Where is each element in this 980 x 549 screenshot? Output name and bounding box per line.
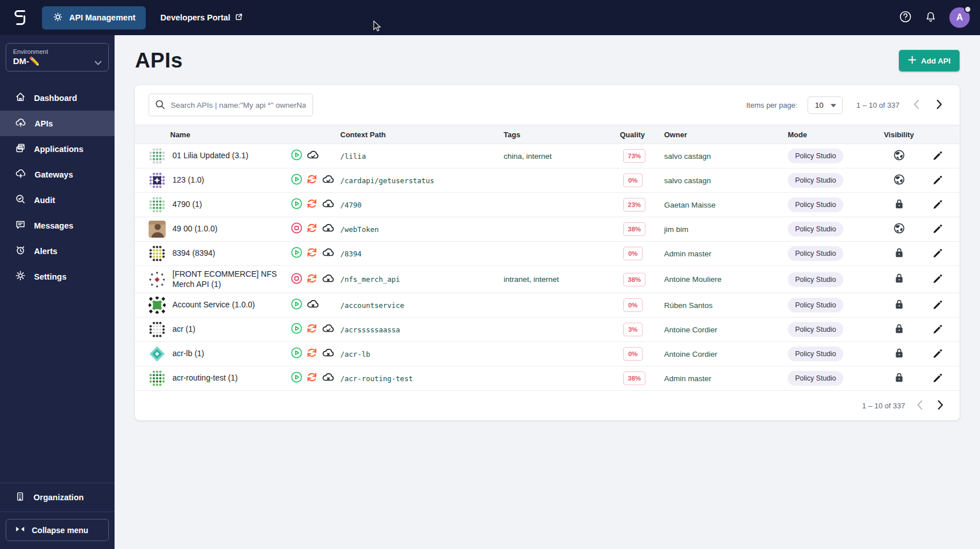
lock-icon xyxy=(894,272,905,286)
edit-api-button[interactable] xyxy=(930,370,946,387)
api-row[interactable]: acr (1) xyxy=(135,318,960,342)
api-owner: Rúben Santos xyxy=(664,301,788,310)
collapse-menu-button[interactable]: Collapse menu xyxy=(6,519,109,541)
sidebar-item-audit[interactable]: Audit xyxy=(0,187,115,213)
portal-link-label: Developers Portal xyxy=(160,13,230,22)
next-page-button[interactable] xyxy=(933,97,946,113)
external-link-icon xyxy=(235,13,243,23)
mode-badge: Policy Studio xyxy=(788,173,843,188)
api-row[interactable]: [FRONT ECOMMERCE] NFS Merch API (1) xyxy=(135,266,960,293)
search-apis-input[interactable] xyxy=(149,94,313,116)
table-footer: 1 – 10 of 337 xyxy=(135,391,960,420)
topbar: API Management Developers Portal xyxy=(0,0,980,35)
user-avatar[interactable]: A xyxy=(949,7,970,28)
api-name: 49 00 (1.0.0) xyxy=(172,224,217,234)
add-api-button[interactable]: Add API xyxy=(899,50,960,71)
mode-badge: Policy Studio xyxy=(788,149,843,163)
environment-label: Environment xyxy=(13,48,102,55)
sidebar-item-dashboard[interactable]: Dashboard xyxy=(0,85,115,111)
sidebar-item-label: Audit xyxy=(34,196,55,205)
sidebar-item-settings[interactable]: Settings xyxy=(0,264,115,289)
api-avatar xyxy=(149,221,166,238)
api-row[interactable]: 01 Lilia Updated (3.1) xyxy=(135,144,960,168)
api-row[interactable]: 123 (1.0) xyxy=(135,168,960,193)
api-row[interactable]: 49 00 (1.0.0) xyxy=(135,217,960,242)
edit-api-button[interactable] xyxy=(930,172,946,189)
environment-value: DM-✏️ xyxy=(13,56,102,66)
api-owner: jim bim xyxy=(664,225,788,234)
sidebar-item-gateways[interactable]: Gateways xyxy=(0,162,115,187)
pagination-range-label: 1 – 10 of 337 xyxy=(856,101,899,109)
column-header-owner: Owner xyxy=(664,130,788,139)
quality-badge: 0% xyxy=(623,347,643,361)
quality-badge: 38% xyxy=(623,371,645,385)
api-name: [FRONT ECOMMERCE] NFS Merch API (1) xyxy=(172,269,286,289)
edit-api-button[interactable] xyxy=(930,221,946,238)
sidebar-item-messages[interactable]: Messages xyxy=(0,213,115,238)
items-per-page-value: 10 xyxy=(815,101,823,109)
api-table-body: 01 Lilia Updated (3.1) xyxy=(135,144,960,391)
stop-icon xyxy=(290,272,303,287)
sidebar-item-alerts[interactable]: Alerts xyxy=(0,238,115,264)
help-circle-icon xyxy=(899,10,912,25)
pencil-icon xyxy=(932,377,944,385)
chevron-down-icon xyxy=(95,58,102,67)
column-header-context-path: Context Path xyxy=(340,130,504,139)
sidebar-item-applications[interactable]: Applications xyxy=(0,136,115,162)
pencil-icon xyxy=(932,227,944,236)
previous-page-button[interactable] xyxy=(913,398,926,414)
api-management-switcher[interactable]: API Management xyxy=(42,6,146,29)
edit-api-button[interactable] xyxy=(930,271,946,288)
quality-badge: 0% xyxy=(623,298,643,312)
start-icon xyxy=(290,298,303,312)
api-row[interactable]: acr-routing-test (1) xyxy=(135,366,960,391)
cloud-check-icon xyxy=(321,322,336,337)
api-avatar xyxy=(149,245,166,262)
items-per-page-select[interactable]: 10 xyxy=(808,96,843,114)
start-icon xyxy=(290,246,303,261)
edit-api-button[interactable] xyxy=(930,297,946,314)
api-owner: Admin master xyxy=(664,250,788,258)
cloud-x-icon xyxy=(321,246,336,261)
api-avatar xyxy=(149,172,166,189)
mode-badge: Policy Studio xyxy=(788,371,843,386)
user-avatar-initial: A xyxy=(956,12,963,23)
next-page-button[interactable] xyxy=(934,398,947,414)
api-avatar xyxy=(149,345,166,362)
pencil-icon xyxy=(932,252,944,260)
api-row[interactable]: acr-lb (1) xyxy=(135,342,960,366)
api-row[interactable]: Account Service (1.0.0) xyxy=(135,293,960,318)
pencil-icon xyxy=(932,277,944,286)
edit-api-button[interactable] xyxy=(930,196,946,214)
api-name: Account Service (1.0.0) xyxy=(172,300,255,310)
sidebar-item-organization[interactable]: Organization xyxy=(0,483,115,512)
api-row[interactable]: 4790 (1) xyxy=(135,193,960,217)
context-path: /acr-lb xyxy=(340,350,370,358)
chevron-down-icon xyxy=(830,101,837,109)
alarm-icon xyxy=(15,244,26,257)
start-icon xyxy=(290,322,303,337)
api-avatar xyxy=(149,321,166,338)
previous-page-button[interactable] xyxy=(910,97,923,113)
api-name: 123 (1.0) xyxy=(172,175,204,185)
api-name: 4790 (1) xyxy=(172,200,202,210)
quality-badge: 0% xyxy=(623,174,643,187)
messages-icon xyxy=(15,219,26,232)
help-button[interactable] xyxy=(899,10,912,25)
edit-api-button[interactable] xyxy=(930,245,946,263)
api-row[interactable]: 8394 (8394) xyxy=(135,242,960,266)
building-icon xyxy=(15,491,26,504)
developers-portal-link[interactable]: Developers Portal xyxy=(160,13,243,23)
edit-api-button[interactable] xyxy=(930,321,946,339)
out-of-sync-icon xyxy=(306,197,318,212)
globe-icon xyxy=(893,174,905,188)
app-switcher-label: API Management xyxy=(69,13,136,22)
sidebar-item-apis[interactable]: APIs xyxy=(0,111,115,136)
notifications-button[interactable] xyxy=(924,10,937,25)
edit-api-button[interactable] xyxy=(930,147,946,165)
edit-api-button[interactable] xyxy=(930,345,946,363)
environment-selector[interactable]: Environment DM-✏️ xyxy=(6,43,109,71)
cloud-x-icon xyxy=(321,272,336,287)
sidebar-item-label: Settings xyxy=(34,272,66,281)
items-per-page-label: Items per page: xyxy=(746,101,797,109)
